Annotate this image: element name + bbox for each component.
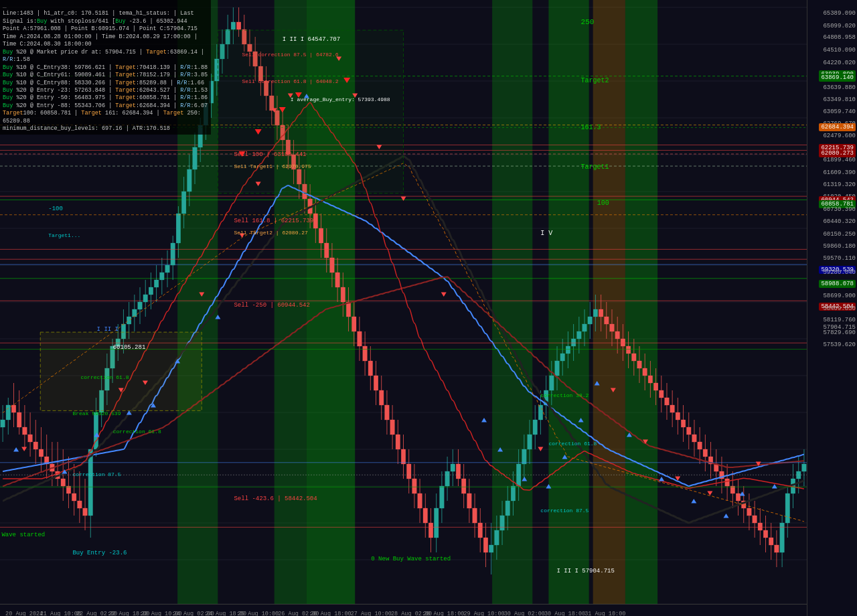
svg-rect-229 — [528, 435, 532, 449]
svg-rect-47 — [28, 435, 33, 442]
svg-rect-89 — [143, 295, 148, 302]
svg-rect-177 — [385, 405, 390, 420]
price-label: 60440.320 — [823, 218, 856, 225]
price-label: 64220.020 — [823, 60, 856, 66]
svg-rect-209 — [473, 508, 477, 523]
svg-rect-167 — [358, 331, 362, 346]
svg-rect-45 — [23, 427, 27, 435]
svg-rect-283 — [676, 412, 680, 420]
svg-rect-217 — [495, 530, 499, 545]
time-label: 28 Aug 18:00 — [423, 611, 464, 617]
price-label: 64808.958 — [823, 34, 856, 41]
svg-rect-107 — [193, 147, 198, 169]
svg-rect-43 — [17, 412, 21, 427]
svg-rect-271 — [643, 368, 647, 376]
svg-rect-49 — [33, 442, 38, 449]
svg-rect-293 — [703, 449, 708, 457]
svg-rect-181 — [396, 435, 400, 449]
svg-rect-185 — [406, 464, 411, 479]
svg-rect-329 — [802, 464, 807, 471]
svg-rect-213 — [483, 538, 488, 552]
svg-rect-51 — [39, 449, 44, 457]
svg-rect-313 — [758, 523, 763, 530]
price-label: 57904.715 — [823, 324, 856, 331]
svg-rect-237 — [550, 376, 554, 390]
svg-rect-221 — [505, 501, 510, 516]
svg-rect-153 — [319, 228, 323, 243]
price-label: 61609.390 — [823, 169, 856, 176]
time-axis: 20 Aug 202421 Aug 10:0022 Aug 02:0022 Au… — [0, 604, 807, 616]
svg-rect-281 — [670, 405, 675, 412]
svg-rect-22 — [548, 0, 589, 604]
svg-rect-311 — [753, 516, 757, 523]
time-label: 26 Aug 18:00 — [310, 611, 351, 617]
svg-rect-21 — [492, 0, 532, 604]
svg-rect-249 — [582, 324, 587, 331]
svg-rect-223 — [511, 486, 516, 501]
svg-rect-219 — [500, 516, 505, 530]
svg-rect-155 — [324, 243, 329, 258]
price-label: 65099.020 — [823, 23, 856, 29]
svg-rect-205 — [461, 479, 466, 493]
info-lines: Line:1483 | h1_atr_c0: 170.5181 | tema_h… — [3, 10, 208, 133]
svg-rect-255 — [599, 309, 603, 317]
svg-rect-269 — [637, 361, 642, 368]
svg-rect-189 — [418, 493, 422, 508]
price-label: 63349.810 — [823, 96, 856, 103]
svg-rect-247 — [577, 331, 582, 339]
price-label: 58699.900 — [823, 293, 856, 299]
svg-rect-285 — [681, 420, 686, 427]
svg-rect-267 — [632, 354, 637, 361]
svg-rect-91 — [149, 287, 153, 295]
price-label: 61319.320 — [823, 181, 856, 188]
svg-rect-257 — [605, 317, 609, 324]
time-label: 27 Aug 10:00 — [351, 611, 392, 617]
time-label: 29 Aug 10:00 — [463, 611, 504, 617]
svg-rect-85 — [133, 309, 137, 317]
price-label: 63869.140 — [819, 74, 856, 82]
svg-rect-67 — [83, 508, 88, 516]
svg-rect-187 — [412, 479, 417, 493]
price-label: 59570.110 — [823, 255, 856, 262]
svg-rect-93 — [154, 280, 159, 287]
svg-rect-183 — [401, 449, 406, 464]
svg-rect-99 — [171, 243, 175, 265]
svg-rect-173 — [374, 376, 378, 390]
svg-rect-309 — [747, 508, 752, 516]
svg-rect-121 — [231, 22, 236, 29]
svg-rect-65 — [78, 501, 82, 508]
chart-title: _ — [3, 1, 208, 10]
svg-rect-69 — [88, 449, 93, 516]
svg-rect-287 — [686, 427, 691, 435]
svg-rect-291 — [698, 442, 702, 449]
svg-rect-305 — [736, 493, 741, 501]
svg-rect-101 — [176, 214, 181, 243]
price-label: 65389.090 — [823, 10, 856, 17]
svg-rect-227 — [522, 449, 527, 464]
price-label: 61899.460 — [823, 157, 856, 163]
svg-rect-241 — [560, 354, 565, 361]
svg-rect-215 — [489, 545, 493, 552]
svg-rect-211 — [478, 523, 483, 538]
svg-rect-233 — [538, 405, 543, 420]
svg-rect-191 — [423, 508, 428, 523]
svg-rect-289 — [692, 435, 697, 442]
svg-rect-301 — [725, 479, 730, 486]
svg-rect-265 — [626, 346, 631, 354]
price-label: 59280.040 — [823, 269, 856, 276]
svg-rect-195 — [434, 508, 439, 538]
svg-rect-157 — [330, 258, 335, 273]
svg-rect-239 — [555, 361, 560, 376]
svg-rect-37 — [1, 420, 5, 427]
svg-rect-175 — [379, 390, 384, 405]
time-label: 20 Aug 2024 — [5, 611, 43, 617]
svg-rect-165 — [352, 317, 356, 331]
svg-rect-273 — [648, 376, 653, 383]
svg-rect-63 — [72, 493, 76, 501]
price-label: 64510.090 — [823, 47, 856, 54]
svg-rect-263 — [621, 339, 625, 346]
svg-rect-199 — [445, 471, 450, 486]
svg-rect-315 — [763, 530, 768, 538]
time-label: 21 Aug 10:00 — [40, 611, 81, 617]
svg-rect-275 — [653, 383, 658, 390]
